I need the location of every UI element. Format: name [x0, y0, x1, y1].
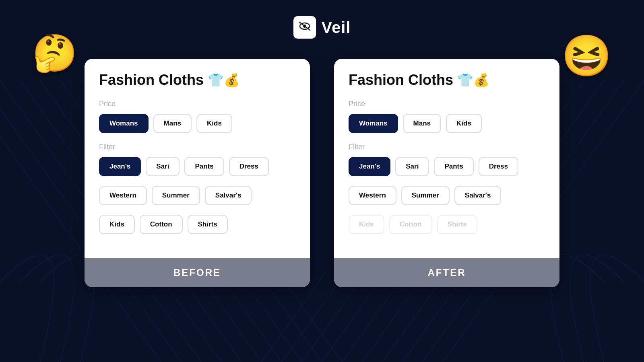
before-filter-kids[interactable]: Kids	[99, 215, 135, 234]
after-price-btn-mans[interactable]: Mans	[403, 114, 441, 133]
after-filter-jeans[interactable]: Jean's	[349, 157, 390, 176]
before-filter-shirts[interactable]: Shirts	[188, 215, 228, 234]
before-card-body: Fashion Cloths 👕💰 Price Womans Mans Kids…	[85, 59, 310, 258]
before-footer: BEFORE	[85, 258, 310, 287]
before-price-label: Price	[99, 100, 295, 108]
before-filter-row2: Western Summer Salvar's	[99, 186, 295, 205]
before-filter-cotton[interactable]: Cotton	[140, 215, 183, 234]
after-filter-sari[interactable]: Sari	[395, 157, 429, 176]
before-filter-sari[interactable]: Sari	[146, 157, 180, 176]
after-footer: AFTER	[334, 258, 559, 287]
after-footer-label: AFTER	[428, 267, 466, 278]
after-price-buttons: Womans Mans Kids	[349, 114, 545, 133]
before-price-btn-kids[interactable]: Kids	[196, 114, 232, 133]
logo-box	[293, 16, 316, 39]
after-price-label: Price	[349, 100, 545, 108]
before-filter-jeans[interactable]: Jean's	[99, 157, 141, 176]
main-content: Fashion Cloths 👕💰 Price Womans Mans Kids…	[0, 39, 644, 287]
before-title: Fashion Cloths 👕💰	[99, 72, 295, 88]
before-price-buttons: Womans Mans Kids	[99, 114, 295, 133]
after-filter-pants[interactable]: Pants	[434, 157, 473, 176]
after-filter-kids: Kids	[349, 215, 384, 234]
before-title-emoji: 👕💰	[208, 72, 240, 88]
after-filter-shirts: Shirts	[437, 215, 477, 234]
before-filter-row3: Kids Cotton Shirts	[99, 215, 295, 234]
after-card-body: Fashion Cloths 👕💰 Price Womans Mans Kids…	[334, 59, 559, 258]
logo-icon	[298, 21, 312, 35]
after-price-btn-womans[interactable]: Womans	[349, 114, 398, 133]
after-filter-dress[interactable]: Dress	[479, 157, 518, 176]
after-title: Fashion Cloths 👕💰	[349, 72, 545, 88]
before-filter-row1: Jean's Sari Pants Dress	[99, 157, 295, 176]
before-filter-dress[interactable]: Dress	[229, 157, 269, 176]
after-filter-western[interactable]: Western	[349, 186, 396, 205]
after-filter-row2: Western Summer Salvar's	[349, 186, 545, 205]
before-price-btn-womans[interactable]: Womans	[99, 114, 149, 133]
after-price-btn-kids[interactable]: Kids	[446, 114, 482, 133]
after-filter-summer[interactable]: Summer	[401, 186, 450, 205]
after-filter-cotton: Cotton	[389, 215, 432, 234]
after-title-emoji: 👕💰	[457, 72, 489, 88]
after-card: Fashion Cloths 👕💰 Price Womans Mans Kids…	[334, 59, 559, 287]
after-filter-row1: Jean's Sari Pants Dress	[349, 157, 545, 176]
laughing-emoji: 😆	[561, 32, 612, 80]
before-filter-label: Filter	[99, 143, 295, 151]
before-filter-summer[interactable]: Summer	[152, 186, 200, 205]
thinking-emoji: 🤔	[32, 32, 77, 74]
brand-name: Veil	[322, 19, 351, 37]
after-filter-label: Filter	[349, 143, 545, 151]
before-footer-label: BEFORE	[173, 267, 221, 278]
before-filter-salvars[interactable]: Salvar's	[205, 186, 252, 205]
before-filter-western[interactable]: Western	[99, 186, 147, 205]
header: Veil	[0, 0, 644, 39]
before-filter-pants[interactable]: Pants	[184, 157, 224, 176]
after-filter-salvars[interactable]: Salvar's	[454, 186, 502, 205]
before-card: Fashion Cloths 👕💰 Price Womans Mans Kids…	[85, 59, 310, 287]
after-filter-row3: Kids Cotton Shirts	[349, 215, 545, 234]
before-price-btn-mans[interactable]: Mans	[153, 114, 192, 133]
